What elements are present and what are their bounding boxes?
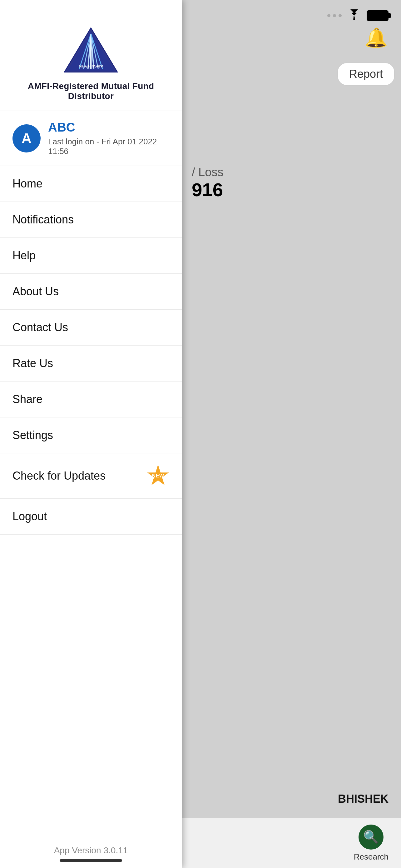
- menu-label-notifications: Notifications: [12, 213, 74, 226]
- menu-label-logout: Logout: [12, 510, 47, 523]
- new-badge-text-check-for-updates: NEW: [152, 473, 164, 479]
- menu-item-check-for-updates[interactable]: Check for UpdatesNEW: [0, 453, 182, 499]
- bottom-bar: [0, 859, 182, 862]
- report-button[interactable]: Report: [337, 62, 395, 86]
- menu-label-about-us: About Us: [12, 285, 59, 298]
- svg-text:NFA FinServ: NFA FinServ: [79, 64, 103, 68]
- menu-item-contact-us[interactable]: Contact Us: [0, 310, 182, 346]
- user-name: ABC: [48, 120, 169, 134]
- menu-label-rate-us: Rate Us: [12, 357, 53, 370]
- menu-item-settings[interactable]: Settings: [0, 417, 182, 453]
- bottom-indicator: [60, 859, 122, 862]
- logo-svg: NFA FinServ: [60, 25, 122, 75]
- status-icons: [327, 9, 389, 23]
- avatar: A: [12, 124, 41, 153]
- bottom-nav: 🔍 Research: [181, 818, 401, 868]
- research-button[interactable]: 🔍 Research: [354, 825, 389, 862]
- research-label: Research: [354, 852, 389, 862]
- menu-list: HomeNotificationsHelpAbout UsContact UsR…: [0, 166, 182, 833]
- drawer-header: NFA FinServ AMFI-Registered Mutual Fund …: [0, 0, 182, 111]
- menu-label-help: Help: [12, 249, 36, 262]
- logo-container: NFA FinServ: [60, 25, 122, 76]
- menu-item-notifications[interactable]: Notifications: [0, 202, 182, 238]
- logo-subtitle: AMFI-Registered Mutual Fund Distributor: [12, 81, 169, 101]
- loss-section: / Loss 916: [182, 156, 401, 210]
- loss-value: 916: [192, 179, 392, 200]
- menu-label-settings: Settings: [12, 429, 53, 442]
- user-details: ABC Last login on - Fri Apr 01 2022 11:5…: [48, 120, 169, 156]
- menu-item-about-us[interactable]: About Us: [0, 274, 182, 310]
- side-drawer: NFA FinServ AMFI-Registered Mutual Fund …: [0, 0, 182, 868]
- user-info: A ABC Last login on - Fri Apr 01 2022 11…: [0, 111, 182, 166]
- menu-label-share: Share: [12, 393, 42, 406]
- menu-label-check-for-updates: Check for Updates: [12, 469, 106, 483]
- user-label: BHISHEK: [338, 793, 389, 806]
- menu-item-help[interactable]: Help: [0, 238, 182, 274]
- menu-label-contact-us: Contact Us: [12, 321, 68, 334]
- menu-item-share[interactable]: Share: [0, 381, 182, 417]
- user-last-login: Last login on - Fri Apr 01 2022 11:56: [48, 137, 169, 156]
- app-version: App Version 3.0.11: [0, 833, 182, 868]
- wifi-icon: [347, 9, 361, 23]
- menu-label-home: Home: [12, 177, 42, 190]
- new-badge-check-for-updates: NEW: [147, 465, 169, 487]
- battery-icon: [367, 10, 389, 21]
- menu-item-rate-us[interactable]: Rate Us: [0, 346, 182, 381]
- menu-item-logout[interactable]: Logout: [0, 499, 182, 535]
- svg-point-0: [353, 18, 355, 20]
- dots-icon: [327, 14, 342, 17]
- menu-item-home[interactable]: Home: [0, 166, 182, 202]
- research-icon: 🔍: [359, 825, 383, 849]
- app-main-content: 🔔 Report / Loss 916 BHISHEK 🔍 Research: [181, 0, 401, 868]
- loss-label: / Loss: [192, 165, 392, 179]
